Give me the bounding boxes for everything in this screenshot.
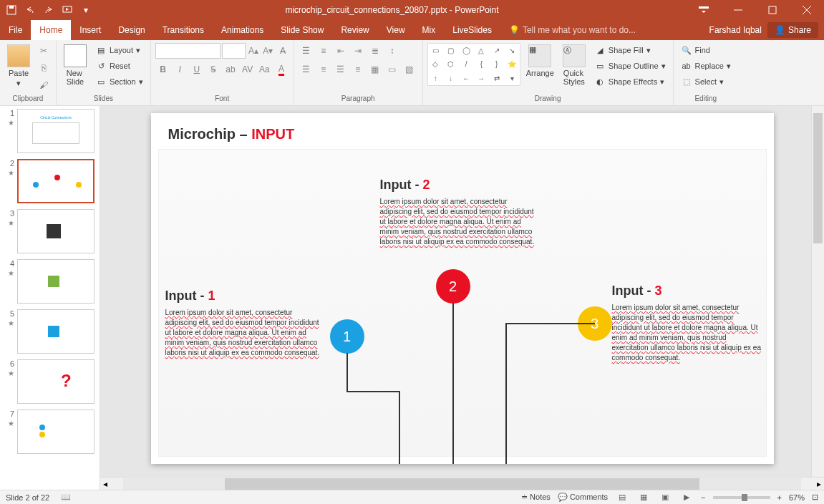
section-button[interactable]: ▭Section▾	[92, 74, 146, 89]
align-center-icon[interactable]: ≡	[316, 62, 331, 77]
slide-canvas[interactable]: Microchip – INPUT Input - 2 Lorem ipsum …	[151, 113, 774, 464]
cut-icon[interactable]: ✂	[36, 43, 52, 59]
font-name-combo[interactable]	[155, 43, 220, 59]
thumb-5[interactable]: 5★	[3, 309, 97, 354]
thumb-6[interactable]: 6★?	[3, 359, 97, 404]
share-button[interactable]: 👤Share	[767, 22, 818, 38]
align-left-icon[interactable]: ☰	[299, 62, 314, 77]
select-button[interactable]: ⬚Select▾	[678, 74, 734, 89]
normal-view-icon[interactable]: ▤	[615, 492, 629, 503]
justify-icon[interactable]: ≡	[350, 62, 366, 77]
case-icon[interactable]: Aa	[256, 62, 272, 77]
reset-button[interactable]: ↺Reset	[92, 59, 146, 73]
tab-slideshow[interactable]: Slide Show	[272, 20, 332, 40]
tab-liveslides[interactable]: LiveSlides	[444, 20, 500, 40]
shrink-font-icon[interactable]: A▾	[261, 43, 274, 59]
text-direction-icon[interactable]: ↕	[384, 43, 400, 59]
user-name[interactable]: Farshad Iqbal	[709, 25, 762, 35]
thumb-4[interactable]: 4★	[3, 259, 97, 304]
canvas-scroll[interactable]: Microchip – INPUT Input - 2 Lorem ipsum …	[100, 106, 824, 477]
slide-thumbnail-panel[interactable]: 1★Circuit Connections 2★ 3★ 4★ 5★ 6★? 7★	[0, 106, 100, 490]
clear-format-icon[interactable]: A̶	[276, 43, 289, 59]
bold-icon[interactable]: B	[155, 62, 171, 77]
tab-transitions[interactable]: Transitions	[154, 20, 213, 40]
font-size-combo[interactable]	[222, 43, 246, 59]
input-block-2[interactable]: Input - 2 Lorem ipsum dolor sit amet, co…	[380, 178, 538, 247]
format-painter-icon[interactable]: 🖌	[36, 77, 52, 93]
zoom-level[interactable]: 67%	[789, 493, 805, 502]
tab-view[interactable]: View	[378, 20, 414, 40]
start-from-beginning-icon[interactable]	[59, 1, 76, 19]
input-block-1[interactable]: Input - 1 Lorem ipsum dolor sit amet, co…	[165, 289, 323, 358]
zoom-out-icon[interactable]: −	[701, 493, 705, 502]
underline-icon[interactable]: U	[189, 62, 205, 77]
font-color-icon[interactable]: A	[273, 62, 289, 77]
zoom-in-icon[interactable]: +	[777, 493, 782, 502]
vscroll-thumb[interactable]	[813, 113, 823, 243]
columns-icon[interactable]: ▦	[367, 62, 383, 77]
minimize-icon[interactable]	[724, 1, 752, 19]
close-icon[interactable]	[793, 1, 821, 19]
shadow-icon[interactable]: ab	[223, 62, 238, 77]
thumb-2[interactable]: 2★	[3, 159, 97, 203]
quick-styles-button[interactable]: ⒶQuick Styles	[560, 43, 588, 87]
shape-fill-button[interactable]: ◢Shape Fill▾	[591, 43, 669, 57]
shape-outline-button[interactable]: ▭Shape Outline▾	[591, 59, 669, 73]
line-spacing-icon[interactable]: ≣	[367, 43, 383, 59]
tab-file[interactable]: File	[0, 20, 31, 40]
new-slide-button[interactable]: New Slide	[61, 43, 89, 87]
qat-dropdown-icon[interactable]: ▾	[77, 1, 94, 19]
tab-review[interactable]: Review	[332, 20, 377, 40]
grow-font-icon[interactable]: A▴	[247, 43, 260, 59]
arrange-button[interactable]: ▦Arrange	[523, 43, 557, 79]
ribbon-options-icon[interactable]	[689, 1, 718, 19]
horizontal-scrollbar[interactable]: ◂▸	[100, 477, 824, 490]
paste-button[interactable]: Paste▾	[4, 43, 33, 89]
zoom-slider[interactable]	[713, 496, 770, 499]
increase-indent-icon[interactable]: ⇥	[350, 43, 366, 59]
copy-icon[interactable]: ⎘	[36, 60, 52, 76]
align-right-icon[interactable]: ☰	[333, 62, 349, 77]
vertical-scrollbar[interactable]	[811, 106, 824, 477]
tab-mix[interactable]: Mix	[414, 20, 445, 40]
sorter-view-icon[interactable]: ▦	[636, 492, 651, 503]
decrease-indent-icon[interactable]: ⇤	[333, 43, 349, 59]
zoom-thumb[interactable]	[742, 494, 747, 501]
italic-icon[interactable]: I	[172, 62, 188, 77]
shape-effects-button[interactable]: ◐Shape Effects▾	[591, 74, 669, 89]
notes-button[interactable]: ≐ Notes	[521, 493, 551, 502]
find-button[interactable]: 🔍Find	[678, 43, 734, 57]
slide-counter[interactable]: Slide 2 of 22	[6, 493, 49, 502]
tell-me-search[interactable]: 💡 Tell me what you want to do...	[500, 25, 709, 35]
maximize-icon[interactable]	[758, 1, 787, 19]
thumb-1[interactable]: 1★Circuit Connections	[3, 109, 97, 153]
shapes-gallery[interactable]: ▭▢◯△↗↘ ◇⬡/{}⭐ ↑↓←→⇄▾	[427, 43, 520, 86]
slideshow-view-icon[interactable]: ▶	[679, 492, 694, 503]
tab-animations[interactable]: Animations	[213, 20, 272, 40]
spacing-icon[interactable]: AV	[240, 62, 256, 77]
slide-title[interactable]: Microchip – INPUT	[168, 126, 295, 142]
tab-insert[interactable]: Insert	[71, 20, 110, 40]
input-block-3[interactable]: Input - 3 Lorem ipsum dolor sit amet, co…	[612, 284, 762, 363]
reading-view-icon[interactable]: ▣	[658, 492, 672, 503]
tab-home[interactable]: Home	[31, 20, 71, 40]
fit-window-icon[interactable]: ⊡	[812, 493, 818, 502]
hscroll-thumb[interactable]	[225, 478, 699, 490]
comments-button[interactable]: 💬 Comments	[558, 493, 608, 502]
align-text-icon[interactable]: ▭	[384, 62, 400, 77]
tab-design[interactable]: Design	[110, 20, 153, 40]
replace-button[interactable]: abReplace▾	[678, 59, 734, 73]
bullets-icon[interactable]: ☰	[299, 43, 314, 59]
strikethrough-icon[interactable]: S̶	[206, 62, 222, 77]
circle-2[interactable]: 2	[436, 269, 470, 304]
spell-check-icon[interactable]: 📖	[61, 493, 71, 502]
thumb-3[interactable]: 3★	[3, 209, 97, 253]
circle-1[interactable]: 1	[330, 319, 364, 354]
thumb-7[interactable]: 7★	[3, 410, 97, 454]
smartart-icon[interactable]: ▧	[402, 62, 417, 77]
redo-icon[interactable]	[40, 1, 57, 19]
undo-icon[interactable]	[21, 1, 39, 19]
numbering-icon[interactable]: ≡	[316, 43, 331, 59]
layout-button[interactable]: ▤Layout▾	[92, 43, 146, 57]
save-icon[interactable]	[3, 1, 20, 19]
